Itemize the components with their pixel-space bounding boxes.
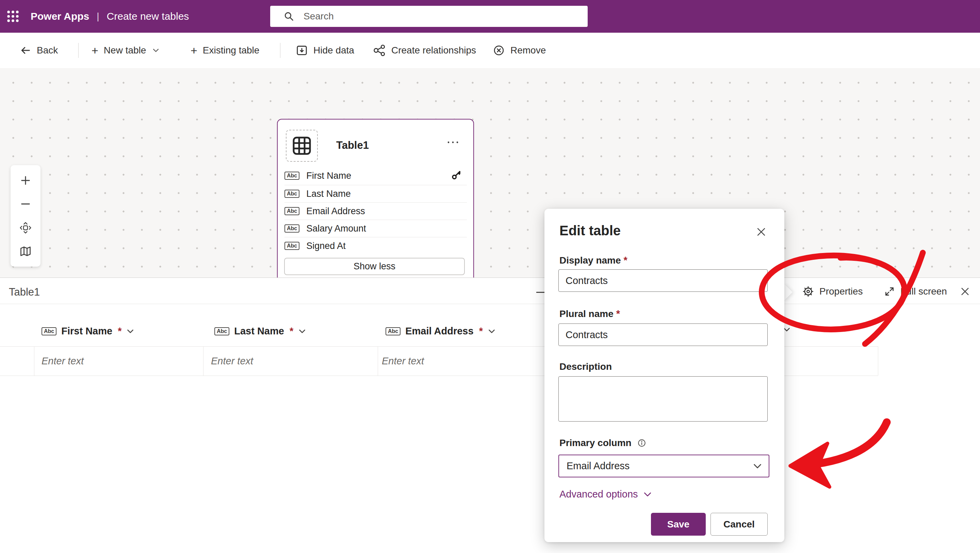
text-type-icon: Abc: [285, 242, 299, 250]
page-title: Create new tables: [107, 11, 189, 22]
create-relationships-label: Create relationships: [391, 45, 476, 56]
waffle-icon: [5, 9, 21, 24]
grid-cell-last-name[interactable]: Enter text: [211, 355, 253, 367]
table-field-row[interactable]: Abc Salary Amount: [285, 220, 467, 237]
grid-cell-divider: [203, 346, 204, 376]
table-more-button[interactable]: [446, 140, 460, 146]
remove-icon: [493, 44, 505, 57]
relationships-icon: [373, 44, 386, 57]
panel-table-title: Table1: [9, 286, 40, 298]
remove-button[interactable]: Remove: [493, 33, 546, 68]
close-icon: [959, 286, 970, 297]
new-table-label: New table: [104, 45, 146, 56]
pan-icon: [19, 222, 32, 234]
text-type-icon: Abc: [41, 327, 56, 335]
required-mark: *: [479, 325, 483, 337]
text-type-icon: Abc: [285, 225, 299, 233]
info-icon[interactable]: [637, 438, 646, 448]
collapse-panel-icon[interactable]: [536, 292, 544, 293]
map-icon: [19, 245, 32, 258]
design-canvas[interactable]: [0, 68, 980, 277]
dialog-cancel-button[interactable]: Cancel: [711, 513, 768, 535]
new-table-button[interactable]: + New table: [92, 33, 159, 68]
zoom-in-button[interactable]: [13, 170, 38, 191]
toolbar-divider: [78, 43, 79, 58]
close-icon: [756, 226, 767, 238]
grid-cell-divider: [378, 346, 378, 376]
existing-table-label: Existing table: [203, 45, 259, 56]
minus-icon: [20, 198, 31, 210]
back-label: Back: [37, 45, 58, 56]
canvas-zoom-controls: [11, 165, 40, 267]
grid-cell-email-address[interactable]: Enter text: [382, 355, 424, 367]
minimap-button[interactable]: [13, 241, 38, 262]
table-icon-box[interactable]: [286, 130, 318, 162]
table-field-row[interactable]: Abc First Name: [285, 167, 467, 184]
back-button[interactable]: Back: [20, 33, 58, 68]
description-label: Description: [559, 361, 612, 372]
required-mark: *: [290, 325, 293, 337]
required-mark: *: [616, 308, 620, 319]
table-field-row[interactable]: Abc Email Address: [285, 202, 467, 220]
grid-cell-divider: [878, 346, 878, 376]
edit-table-dialog: Edit table Display name* Plural name* De…: [544, 209, 784, 542]
required-mark: *: [624, 255, 627, 266]
ellipsis-icon: [446, 140, 460, 145]
advanced-options-link[interactable]: Advanced options: [559, 489, 652, 500]
primary-key-icon: [451, 170, 461, 182]
chevron-down-icon: [752, 461, 762, 471]
properties-button[interactable]: Properties: [802, 284, 863, 299]
properties-label: Properties: [819, 286, 863, 297]
text-type-icon: Abc: [215, 327, 229, 335]
remove-label: Remove: [511, 45, 546, 56]
column-header-last-name[interactable]: Abc Last Name*: [215, 325, 306, 337]
brand-title[interactable]: Power Apps: [30, 11, 89, 22]
primary-column-value: Email Address: [566, 461, 630, 472]
chevron-down-icon: [152, 47, 159, 54]
search-input[interactable]: [303, 11, 542, 22]
gear-icon: [802, 286, 814, 297]
plus-icon: +: [191, 45, 197, 56]
plus-icon: [20, 175, 31, 186]
hide-data-button[interactable]: Hide data: [296, 33, 354, 68]
primary-column-dropdown[interactable]: Email Address: [558, 454, 769, 477]
fit-view-button[interactable]: [13, 217, 38, 239]
chevron-down-icon[interactable]: [298, 327, 306, 335]
description-input[interactable]: [558, 376, 768, 422]
back-arrow-icon: [20, 45, 31, 56]
table-field-row[interactable]: Abc Last Name: [285, 185, 467, 202]
column-header-first-name[interactable]: Abc First Name*: [41, 325, 134, 337]
existing-table-button[interactable]: + Existing table: [191, 33, 259, 68]
power-apps-create-tables-screen: Power Apps | Create new tables Back + Ne…: [0, 0, 980, 553]
table-icon: [292, 136, 312, 156]
plural-name-label: Plural name*: [559, 308, 620, 319]
plural-name-input[interactable]: [558, 324, 768, 346]
app-launcher-button[interactable]: [0, 0, 26, 33]
chevron-down-icon[interactable]: [126, 327, 134, 335]
show-less-button[interactable]: Show less: [284, 258, 465, 275]
column-header-email-address[interactable]: Abc Email Address*: [385, 325, 496, 337]
dialog-close-button[interactable]: [754, 225, 768, 239]
grid-cell-first-name[interactable]: Enter text: [41, 355, 84, 367]
close-panel-button[interactable]: [959, 284, 970, 299]
full-screen-label: Full screen: [900, 286, 947, 297]
hide-data-icon: [296, 44, 308, 57]
required-mark: *: [118, 325, 121, 337]
dialog-save-button[interactable]: Save: [651, 513, 706, 535]
create-relationships-button[interactable]: Create relationships: [373, 33, 476, 68]
global-search[interactable]: [270, 6, 588, 27]
command-bar: Back + New table + Existing table Hide d…: [0, 33, 980, 69]
table-card[interactable]: Table1 Abc First Name Abc Last Name: [277, 119, 474, 279]
full-screen-icon: [884, 286, 895, 297]
display-name-input[interactable]: [558, 269, 768, 292]
text-type-icon: Abc: [285, 207, 299, 215]
chevron-down-icon[interactable]: [488, 327, 496, 335]
app-header: Power Apps | Create new tables: [0, 0, 980, 33]
brand-separator: |: [97, 11, 99, 22]
display-name-label: Display name*: [559, 255, 627, 266]
search-icon: [283, 11, 295, 22]
text-type-icon: Abc: [285, 190, 299, 198]
table-field-row[interactable]: Abc Signed At: [285, 237, 467, 254]
full-screen-button[interactable]: Full screen: [884, 284, 947, 299]
zoom-out-button[interactable]: [13, 193, 38, 215]
